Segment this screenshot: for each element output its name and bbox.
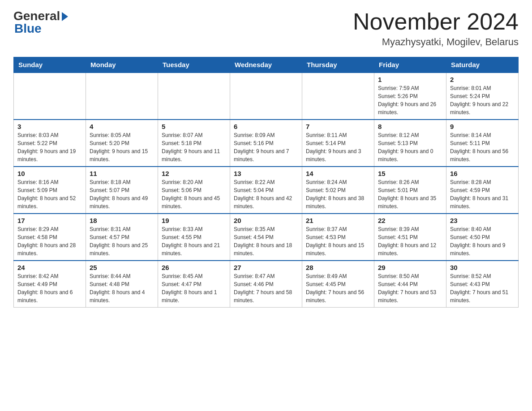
calendar-cell-5-2: 25Sunrise: 8:44 AMSunset: 4:48 PMDayligh… [86,261,158,308]
day-number: 20 [234,217,298,224]
day-number: 10 [17,170,82,177]
day-info: Sunrise: 8:39 AMSunset: 4:51 PMDaylight:… [378,225,442,257]
day-info: Sunrise: 8:03 AMSunset: 5:22 PMDaylight:… [17,131,82,163]
day-info: Sunrise: 8:42 AMSunset: 4:49 PMDaylight:… [17,272,82,304]
calendar-body: 1Sunrise: 7:59 AMSunset: 5:26 PMDaylight… [14,73,519,308]
day-number: 13 [234,170,298,177]
calendar-cell-1-1 [14,73,86,120]
logo-arrow-icon [62,12,68,21]
calendar-title: November 2024 [353,9,519,34]
day-number: 18 [90,217,154,224]
day-number: 27 [234,264,298,271]
day-info: Sunrise: 8:14 AMSunset: 5:11 PMDaylight:… [450,131,515,163]
day-info: Sunrise: 8:20 AMSunset: 5:06 PMDaylight:… [162,178,226,210]
calendar-cell-1-7: 2Sunrise: 8:01 AMSunset: 5:24 PMDaylight… [446,73,519,120]
calendar-week-row-4: 17Sunrise: 8:29 AMSunset: 4:58 PMDayligh… [14,214,519,261]
calendar-week-row-3: 10Sunrise: 8:16 AMSunset: 5:09 PMDayligh… [14,167,519,214]
title-block: November 2024 Myazhysyatki, Mogilev, Bel… [353,9,519,48]
calendar-cell-2-2: 4Sunrise: 8:05 AMSunset: 5:20 PMDaylight… [86,120,158,167]
calendar-cell-5-1: 24Sunrise: 8:42 AMSunset: 4:49 PMDayligh… [14,261,86,308]
calendar-cell-5-4: 27Sunrise: 8:47 AMSunset: 4:46 PMDayligh… [230,261,302,308]
day-number: 21 [306,217,370,224]
day-number: 5 [162,123,226,130]
day-number: 30 [450,264,515,271]
page-header: General Blue November 2024 Myazhysyatki,… [13,9,519,48]
day-info: Sunrise: 8:05 AMSunset: 5:20 PMDaylight:… [90,131,154,163]
day-info: Sunrise: 8:09 AMSunset: 5:16 PMDaylight:… [234,131,298,163]
day-number: 24 [17,264,82,271]
calendar-cell-4-3: 19Sunrise: 8:33 AMSunset: 4:55 PMDayligh… [158,214,230,261]
day-number: 29 [378,264,442,271]
day-info: Sunrise: 8:33 AMSunset: 4:55 PMDaylight:… [162,225,226,257]
calendar-cell-2-6: 8Sunrise: 8:12 AMSunset: 5:13 PMDaylight… [374,120,446,167]
day-info: Sunrise: 7:59 AMSunset: 5:26 PMDaylight:… [378,84,442,116]
calendar-cell-3-5: 14Sunrise: 8:24 AMSunset: 5:02 PMDayligh… [302,167,374,214]
day-number: 6 [234,123,298,130]
calendar-cell-2-3: 5Sunrise: 8:07 AMSunset: 5:18 PMDaylight… [158,120,230,167]
calendar-cell-2-1: 3Sunrise: 8:03 AMSunset: 5:22 PMDaylight… [14,120,86,167]
day-info: Sunrise: 8:16 AMSunset: 5:09 PMDaylight:… [17,178,82,210]
calendar-week-row-5: 24Sunrise: 8:42 AMSunset: 4:49 PMDayligh… [14,261,519,308]
day-info: Sunrise: 8:18 AMSunset: 5:07 PMDaylight:… [90,178,154,210]
calendar-cell-2-4: 6Sunrise: 8:09 AMSunset: 5:16 PMDaylight… [230,120,302,167]
calendar-cell-5-6: 29Sunrise: 8:50 AMSunset: 4:44 PMDayligh… [374,261,446,308]
calendar-cell-1-4 [230,73,302,120]
calendar-cell-4-6: 22Sunrise: 8:39 AMSunset: 4:51 PMDayligh… [374,214,446,261]
calendar-cell-3-1: 10Sunrise: 8:16 AMSunset: 5:09 PMDayligh… [14,167,86,214]
calendar-cell-3-4: 13Sunrise: 8:22 AMSunset: 5:04 PMDayligh… [230,167,302,214]
day-number: 14 [306,170,370,177]
day-number: 15 [378,170,442,177]
day-info: Sunrise: 8:07 AMSunset: 5:18 PMDaylight:… [162,131,226,163]
calendar-subtitle: Myazhysyatki, Mogilev, Belarus [353,36,519,48]
day-number: 1 [378,76,442,83]
calendar-cell-3-7: 16Sunrise: 8:28 AMSunset: 4:59 PMDayligh… [446,167,519,214]
calendar-week-row-1: 1Sunrise: 7:59 AMSunset: 5:26 PMDaylight… [14,73,519,120]
day-number: 8 [378,123,442,130]
day-info: Sunrise: 8:47 AMSunset: 4:46 PMDaylight:… [234,272,298,304]
day-number: 28 [306,264,370,271]
calendar-cell-4-7: 23Sunrise: 8:40 AMSunset: 4:50 PMDayligh… [446,214,519,261]
day-info: Sunrise: 8:12 AMSunset: 5:13 PMDaylight:… [378,131,442,163]
calendar-cell-2-5: 7Sunrise: 8:11 AMSunset: 5:14 PMDaylight… [302,120,374,167]
day-number: 22 [378,217,442,224]
calendar-cell-4-2: 18Sunrise: 8:31 AMSunset: 4:57 PMDayligh… [86,214,158,261]
calendar-cell-5-7: 30Sunrise: 8:52 AMSunset: 4:43 PMDayligh… [446,261,519,308]
calendar-cell-4-4: 20Sunrise: 8:35 AMSunset: 4:54 PMDayligh… [230,214,302,261]
day-number: 11 [90,170,154,177]
calendar-table: Sunday Monday Tuesday Wednesday Thursday… [13,57,519,308]
day-info: Sunrise: 8:24 AMSunset: 5:02 PMDaylight:… [306,178,370,210]
day-number: 23 [450,217,515,224]
calendar-cell-1-6: 1Sunrise: 7:59 AMSunset: 5:26 PMDaylight… [374,73,446,120]
calendar-cell-1-2 [86,73,158,120]
header-sunday: Sunday [14,57,86,73]
day-number: 3 [17,123,82,130]
day-number: 26 [162,264,226,271]
header-friday: Friday [374,57,446,73]
calendar-cell-3-6: 15Sunrise: 8:26 AMSunset: 5:01 PMDayligh… [374,167,446,214]
day-info: Sunrise: 8:29 AMSunset: 4:58 PMDaylight:… [17,225,82,257]
calendar-cell-4-5: 21Sunrise: 8:37 AMSunset: 4:53 PMDayligh… [302,214,374,261]
calendar-cell-4-1: 17Sunrise: 8:29 AMSunset: 4:58 PMDayligh… [14,214,86,261]
header-row: Sunday Monday Tuesday Wednesday Thursday… [14,57,519,73]
day-info: Sunrise: 8:35 AMSunset: 4:54 PMDaylight:… [234,225,298,257]
day-info: Sunrise: 8:37 AMSunset: 4:53 PMDaylight:… [306,225,370,257]
calendar-cell-3-3: 12Sunrise: 8:20 AMSunset: 5:06 PMDayligh… [158,167,230,214]
day-info: Sunrise: 8:40 AMSunset: 4:50 PMDaylight:… [450,225,515,257]
logo-blue-label: Blue [13,21,42,36]
calendar-week-row-2: 3Sunrise: 8:03 AMSunset: 5:22 PMDaylight… [14,120,519,167]
day-number: 2 [450,76,515,83]
day-info: Sunrise: 8:45 AMSunset: 4:47 PMDaylight:… [162,272,226,304]
day-number: 12 [162,170,226,177]
calendar-cell-5-5: 28Sunrise: 8:49 AMSunset: 4:45 PMDayligh… [302,261,374,308]
header-tuesday: Tuesday [158,57,230,73]
day-info: Sunrise: 8:28 AMSunset: 4:59 PMDaylight:… [450,178,515,210]
calendar-cell-1-5 [302,73,374,120]
day-info: Sunrise: 8:22 AMSunset: 5:04 PMDaylight:… [234,178,298,210]
calendar-cell-2-7: 9Sunrise: 8:14 AMSunset: 5:11 PMDaylight… [446,120,519,167]
day-info: Sunrise: 8:01 AMSunset: 5:24 PMDaylight:… [450,84,515,116]
day-number: 4 [90,123,154,130]
day-number: 17 [17,217,82,224]
day-info: Sunrise: 8:49 AMSunset: 4:45 PMDaylight:… [306,272,370,304]
calendar-cell-1-3 [158,73,230,120]
day-info: Sunrise: 8:31 AMSunset: 4:57 PMDaylight:… [90,225,154,257]
